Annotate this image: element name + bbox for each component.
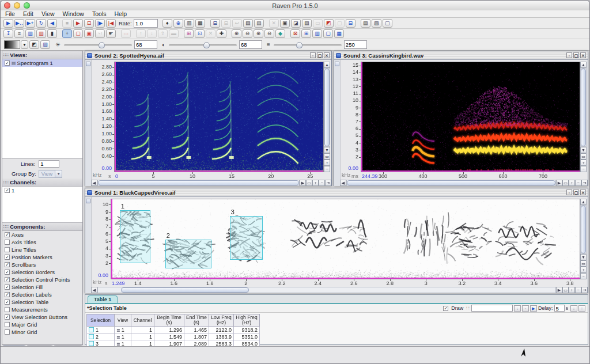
component-minor-grid-checkbox[interactable]	[5, 329, 10, 335]
scroll-down-button[interactable]: ▼	[580, 147, 587, 153]
component-selection-borders-checkbox[interactable]: ✓	[5, 270, 10, 275]
grab-tool-button[interactable]: ☛	[106, 29, 116, 38]
stop-button[interactable]: ■	[62, 19, 72, 28]
zoom-out-freq-button[interactable]: ⊖	[264, 29, 274, 38]
component-measurements[interactable]: Measurements	[2, 306, 82, 313]
draw-checkbox[interactable]: ✓	[443, 306, 448, 311]
print-preview-button[interactable]: ▤	[254, 19, 264, 28]
save-button[interactable]: ⊟	[221, 19, 231, 28]
s2-spectrogram-canvas[interactable]	[115, 62, 323, 172]
component-selection-fill[interactable]: ✓Selection Fill	[2, 283, 82, 291]
component-selection-control-points-checkbox[interactable]: ✓	[5, 277, 10, 282]
s1-spectrogram-plot[interactable]: 123	[111, 199, 580, 279]
component-selection-labels[interactable]: ✓Selection Labels	[2, 291, 82, 298]
maximize-button[interactable]: ▢	[573, 189, 579, 195]
move-down-button[interactable]: ↓	[147, 29, 157, 38]
clear-selection-button[interactable]: ▭	[121, 29, 131, 38]
colormap-swatch[interactable]	[4, 40, 20, 49]
page-print-button[interactable]: ▤	[361, 19, 370, 28]
colormap-edit-button[interactable]: ▨	[40, 40, 50, 49]
play-selection-button[interactable]: ▶+	[25, 19, 35, 28]
hscroll-track[interactable]	[97, 287, 556, 293]
s2-titlebar[interactable]: Sound 2: SpottedHyena.aif▫▢✕	[85, 51, 331, 60]
components-panel-header-grip[interactable]: ∷∷	[3, 224, 8, 229]
freq-zoom-out-button[interactable]: −	[580, 273, 587, 279]
minimize-button[interactable]: ▫	[566, 189, 572, 195]
selection-box-3[interactable]	[230, 216, 263, 260]
freq-zoom-reset-button[interactable]: ▭	[324, 153, 330, 160]
component-line-titles[interactable]: Line Titles	[2, 246, 82, 253]
component-axes-checkbox[interactable]: ✓	[5, 232, 10, 237]
scroll-left-button[interactable]: ◀	[340, 180, 346, 186]
component-scrollbars-checkbox[interactable]: ✓	[5, 262, 10, 267]
freq-zoom-in-button[interactable]: ＋	[324, 160, 330, 166]
table-row[interactable]: 2≣111.5491.8071383.95351.0	[87, 333, 260, 340]
view-select-button[interactable]	[86, 62, 90, 66]
rate-input[interactable]	[134, 19, 158, 28]
play-page-button[interactable]: ▶‥	[14, 19, 24, 28]
vscroll-track[interactable]	[324, 68, 330, 147]
play-reverse-button[interactable]: ↻	[36, 19, 46, 28]
selection-tool-button[interactable]: +	[62, 29, 72, 38]
views-panel-header-grip[interactable]: ∷∷	[3, 52, 8, 58]
clear-filter-button[interactable]: ▫	[522, 305, 529, 312]
revert-button[interactable]: ↩	[232, 19, 242, 28]
cut-button[interactable]: ✕	[269, 19, 279, 28]
zoom-reset-button[interactable]: ◆	[275, 29, 285, 38]
close-button[interactable]: ✕	[580, 52, 586, 58]
s3-vertical-scrollbar[interactable]: ▲▼▭＋−	[580, 62, 587, 172]
brightness-slider-thumb[interactable]	[99, 42, 105, 48]
menu-view[interactable]: View	[41, 10, 55, 17]
freq-zoom-in-button[interactable]: ＋	[580, 160, 587, 166]
contrast-value-input[interactable]	[239, 40, 262, 49]
freq-zoom-out-button[interactable]: −	[580, 166, 587, 172]
scroll-right-button[interactable]: ▶	[556, 287, 562, 293]
new-waveform-button[interactable]: ▥	[25, 29, 35, 38]
view-select-button[interactable]	[86, 199, 90, 203]
microphone-button[interactable]: ♦	[162, 19, 172, 28]
view-item-spectrogram-1-checkbox[interactable]: ✓	[5, 60, 10, 66]
maximize-button[interactable]: ▢	[317, 52, 323, 58]
copy-view-button[interactable]: ⊞	[184, 29, 194, 38]
scroll-end-button[interactable]: ⇥	[581, 180, 588, 186]
time-zoom-out-button[interactable]: −	[319, 180, 325, 186]
flatten-button[interactable]: ▬	[169, 29, 179, 38]
scroll-left-button[interactable]: ◀	[91, 180, 97, 186]
s1-horizontal-scrollbar[interactable]: ◀▶▭＋−⇥	[91, 287, 588, 293]
vscroll-thumb[interactable]	[581, 69, 586, 146]
component-measurements-checkbox[interactable]	[5, 307, 10, 312]
view-item-spectrogram-1[interactable]: ✓▤Spectrogram 1	[2, 59, 82, 67]
s3-spectrogram-plot[interactable]	[361, 62, 580, 172]
delay-decrement-button[interactable]: ↓	[570, 305, 577, 312]
play-cursor-button[interactable]: |▶	[95, 19, 105, 28]
scroll-up-button[interactable]: ▲	[580, 199, 587, 205]
s3-titlebar[interactable]: Sound 3: CassinsKingbird.wav▫▢✕	[334, 51, 588, 60]
menu-help[interactable]: Help	[114, 10, 127, 17]
column-header-view[interactable]: View	[115, 314, 131, 327]
component-major-grid[interactable]: Major Grid	[2, 321, 82, 328]
columns-layout-button[interactable]: ▥	[312, 29, 322, 38]
hscroll-thumb[interactable]	[121, 287, 249, 293]
selection-rect-button[interactable]: ▢	[73, 29, 83, 38]
freq-zoom-out-button[interactable]: −	[324, 166, 330, 172]
table-toggle-button[interactable]: ⊞	[301, 29, 311, 38]
color-edit-button[interactable]: ◩	[324, 19, 334, 28]
groupby-dropdown-arrow[interactable]: ▼	[55, 170, 62, 178]
move-up-button[interactable]: ↑	[136, 29, 146, 38]
freq-zoom-reset-button[interactable]: ▭	[580, 153, 587, 160]
smoothing-value-input[interactable]	[344, 40, 367, 49]
s3-horizontal-scrollbar[interactable]: ◀▶▭＋−⇥	[340, 180, 588, 186]
s1-vertical-scrollbar[interactable]: ▲▼▭＋−	[580, 199, 587, 279]
table-row[interactable]: 1≣111.2961.4652122.09318.2	[87, 327, 260, 333]
copy-button[interactable]: ▣	[280, 19, 290, 28]
menu-edit[interactable]: Edit	[23, 10, 33, 17]
play-filtered-button[interactable]: ▶	[73, 19, 83, 28]
hscroll-track[interactable]	[97, 180, 300, 186]
time-zoom-reset-button[interactable]: ▭	[306, 180, 312, 186]
scroll-up-button[interactable]: ▲	[580, 62, 587, 68]
smoothing-slider[interactable]	[274, 41, 342, 48]
s1-titlebar[interactable]: Sound 1: BlackCappedVireo.aif▫▢✕	[85, 188, 588, 197]
channels-panel-header-grip[interactable]: ∷∷	[3, 180, 8, 185]
time-zoom-out-button[interactable]: −	[575, 287, 581, 293]
channel-item-1-checkbox[interactable]: ✓	[5, 188, 10, 193]
